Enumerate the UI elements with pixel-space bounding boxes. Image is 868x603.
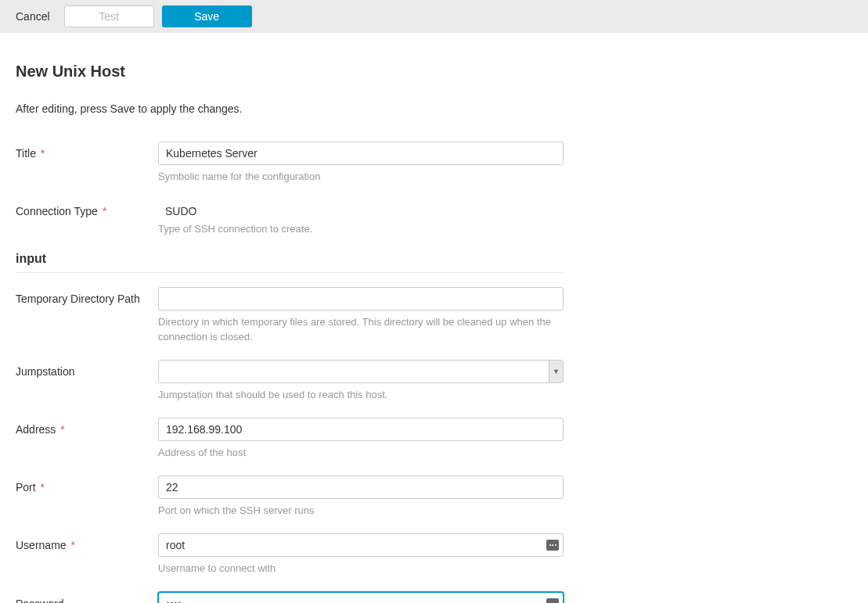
connection-type-value: SUDO: [158, 199, 564, 217]
username-options-button[interactable]: [546, 540, 559, 551]
tmp-dir-input[interactable]: [158, 287, 564, 310]
field-address: Address * Address of the host: [16, 418, 564, 460]
jumpstation-help: Jumpstation that should be used to reach…: [158, 388, 564, 402]
title-label: Title *: [16, 142, 158, 160]
password-input[interactable]: [158, 592, 564, 604]
field-title: Title * Symbolic name for the configurat…: [16, 142, 564, 184]
jumpstation-input[interactable]: [159, 361, 549, 382]
username-input[interactable]: [158, 533, 564, 557]
topbar: Cancel Test Save: [0, 0, 868, 33]
jumpstation-dropdown-button[interactable]: ▼: [549, 361, 563, 382]
tmp-dir-help: Directory in which temporary files are s…: [158, 315, 564, 343]
title-help: Symbolic name for the configuration: [158, 170, 564, 184]
connection-type-label: Connection Type *: [16, 199, 158, 217]
section-input-title: input: [16, 252, 564, 266]
address-label: Address *: [16, 418, 158, 436]
tmp-dir-label: Temporary Directory Path: [16, 287, 158, 305]
password-label: Password: [16, 592, 158, 604]
required-mark: *: [99, 205, 106, 217]
address-help: Address of the host: [158, 446, 564, 460]
username-label: Username *: [16, 533, 158, 551]
intro-text: After editing, press Save to apply the c…: [16, 102, 564, 115]
ellipsis-icon: [549, 544, 556, 546]
page-title: New Unix Host: [16, 63, 564, 81]
required-mark: *: [57, 423, 64, 436]
jumpstation-label: Jumpstation: [16, 360, 158, 378]
port-help: Port on which the SSH server runs: [158, 504, 564, 518]
title-input[interactable]: [158, 142, 564, 165]
field-port: Port * Port on which the SSH server runs: [16, 476, 564, 518]
address-input[interactable]: [158, 418, 564, 441]
field-tmp-dir: Temporary Directory Path Directory in wh…: [16, 287, 564, 343]
required-mark: *: [68, 539, 75, 551]
form-content: New Unix Host After editing, press Save …: [0, 33, 579, 603]
section-separator: [16, 272, 564, 273]
field-username: Username * Username to connect with: [16, 533, 564, 576]
save-button[interactable]: Save: [162, 5, 252, 27]
port-input[interactable]: [158, 476, 564, 499]
field-connection-type: Connection Type * SUDO Type of SSH conne…: [16, 199, 564, 236]
field-jumpstation: Jumpstation ▼ Jumpstation that should be…: [16, 360, 564, 402]
test-button[interactable]: Test: [64, 5, 154, 27]
required-mark: *: [38, 481, 45, 494]
connection-type-help: Type of SSH connection to create.: [158, 222, 564, 236]
required-mark: *: [38, 147, 45, 160]
port-label: Port *: [16, 476, 158, 494]
cancel-button[interactable]: Cancel: [16, 10, 50, 23]
username-help: Username to connect with: [158, 562, 564, 576]
field-password: Password Password to use for authenticat…: [16, 592, 564, 604]
caret-down-icon: ▼: [553, 368, 560, 375]
jumpstation-combo[interactable]: ▼: [158, 360, 564, 383]
password-options-button[interactable]: [546, 598, 559, 604]
